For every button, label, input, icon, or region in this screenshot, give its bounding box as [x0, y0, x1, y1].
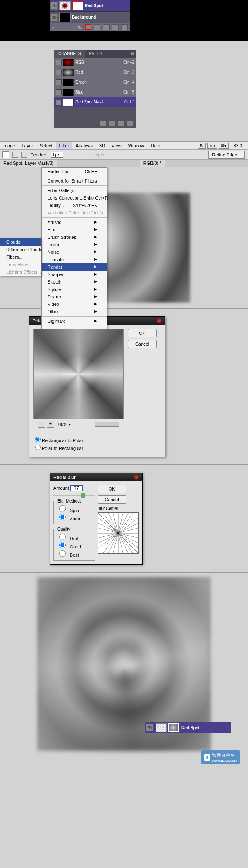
menu-group-digimarc[interactable]: Digimarc▶: [42, 317, 107, 325]
menu-item-lens-correction[interactable]: Lens Correction...Shift+Ctrl+R: [42, 194, 107, 202]
zoom-out-button[interactable]: -: [38, 421, 45, 428]
mode-icon[interactable]: [12, 152, 18, 158]
cancel-button[interactable]: Cancel: [98, 495, 126, 504]
menu-group-artistic[interactable]: Artistic▶: [42, 219, 107, 226]
visibility-icon[interactable]: [56, 99, 62, 105]
polar-preview[interactable]: [33, 329, 124, 419]
amount-slider[interactable]: [53, 495, 95, 496]
visibility-icon[interactable]: [50, 14, 58, 21]
menu-group-sketch[interactable]: Sketch▶: [42, 278, 107, 286]
menu-select[interactable]: Select: [36, 142, 56, 149]
visibility-icon[interactable]: [56, 79, 62, 85]
mini-layer-row[interactable]: Red Spot: [145, 722, 231, 733]
fx-icon[interactable]: fx.: [77, 25, 82, 30]
submenu-difference-clouds[interactable]: Difference Clouds: [0, 246, 41, 253]
channel-red[interactable]: Red Ctrl+3: [54, 67, 136, 77]
visibility-icon[interactable]: [56, 60, 62, 65]
mask-thumbnail[interactable]: [168, 723, 179, 732]
menu-group-texture[interactable]: Texture▶: [42, 293, 107, 301]
radio-spin[interactable]: Spin: [56, 505, 92, 513]
menu-image[interactable]: nage: [2, 142, 18, 149]
menu-filter[interactable]: Filter: [56, 142, 72, 149]
menu-group-blur[interactable]: Blur▶: [42, 226, 107, 233]
radio-polar-to-rect[interactable]: Polar to Rectangular: [35, 444, 159, 452]
menu-group-video[interactable]: Video▶: [42, 301, 107, 308]
cancel-button[interactable]: Cancel: [128, 340, 157, 348]
trash-icon[interactable]: [121, 24, 128, 30]
visibility-icon[interactable]: [56, 70, 62, 75]
panel-menu-icon[interactable]: ▤: [131, 51, 134, 55]
radio-draft[interactable]: Draft: [56, 533, 92, 541]
ok-button[interactable]: OK: [128, 329, 157, 337]
close-icon[interactable]: [157, 318, 162, 323]
menu-group-render[interactable]: Render▶: [42, 263, 107, 271]
menu-group-sharpen[interactable]: Sharpen▶: [42, 271, 107, 278]
scrollbar[interactable]: [95, 422, 119, 427]
close-icon[interactable]: [134, 475, 139, 480]
ok-button[interactable]: OK: [98, 485, 126, 493]
layer-thumbnail[interactable]: [59, 13, 71, 22]
radio-rect-to-polar[interactable]: Rectangular to Polar: [35, 436, 159, 444]
mode-icon[interactable]: [21, 152, 27, 158]
tab-channels[interactable]: CHANNELS: [54, 50, 85, 58]
menu-group-noise[interactable]: Noise▶: [42, 248, 107, 256]
channel-rgb[interactable]: RGB Ctrl+2: [54, 58, 136, 67]
adjustment-icon[interactable]: [94, 24, 100, 30]
menu-item-vanishing-point[interactable]: Vanishing Point...Alt+Ctrl+V: [42, 209, 107, 216]
menu-group-stylize[interactable]: Stylize▶: [42, 286, 107, 293]
menu-item-liquify[interactable]: Liquify...Shift+Ctrl+X: [42, 202, 107, 209]
menu-help[interactable]: Help: [148, 142, 164, 149]
new-channel-icon[interactable]: [118, 121, 124, 127]
trash-icon[interactable]: [127, 121, 134, 127]
screen-mode-icon[interactable]: ▦▾: [219, 143, 229, 149]
mb-button[interactable]: Mb: [207, 143, 217, 149]
layer-background[interactable]: Background: [50, 12, 130, 23]
group-icon[interactable]: [103, 24, 110, 30]
radio-zoom[interactable]: Zoom: [56, 513, 92, 522]
zoom-in-button[interactable]: +: [47, 421, 54, 428]
menu-layer[interactable]: Layer: [18, 142, 36, 149]
submenu-clouds[interactable]: Clouds: [0, 238, 41, 246]
new-layer-icon[interactable]: [112, 24, 119, 30]
menu-item-filter-gallery[interactable]: Filter Gallery...: [42, 187, 107, 194]
menu-view[interactable]: View: [108, 142, 125, 149]
radio-best[interactable]: Best: [56, 550, 92, 558]
doc-tab-1[interactable]: Red Spot, Layer Mask/8): [0, 160, 57, 167]
channel-blue[interactable]: Blue Ctrl+5: [54, 87, 136, 97]
visibility-icon[interactable]: [50, 2, 58, 10]
dropdown-icon[interactable]: ▾: [69, 423, 71, 426]
link-icon[interactable]: ⬨: [50, 25, 55, 30]
menu-group-distort[interactable]: Distort▶: [42, 241, 107, 248]
save-selection-icon[interactable]: [109, 121, 115, 127]
blur-center-preview[interactable]: [98, 512, 139, 554]
channel-mask[interactable]: Red Spot Mask Ctrl+\: [54, 97, 136, 107]
menu-group-other[interactable]: Other▶: [42, 308, 107, 315]
load-selection-icon[interactable]: [100, 121, 106, 127]
channel-green[interactable]: Green Ctrl+4: [54, 77, 136, 87]
tab-paths[interactable]: PATHS: [85, 50, 106, 58]
selection-tool-icon[interactable]: [2, 151, 9, 158]
menu-group-brush-strokes[interactable]: Brush Strokes▶: [42, 233, 107, 241]
layer-thumbnail[interactable]: [59, 1, 71, 10]
add-mask-button[interactable]: [85, 24, 91, 30]
br-button[interactable]: Br: [198, 143, 206, 149]
submenu-lens-flare[interactable]: Lens Flare...: [0, 261, 41, 268]
layer-thumbnail[interactable]: [156, 723, 167, 732]
menu-item-convert-smart[interactable]: Convert for Smart Filters: [42, 177, 107, 185]
menu-item-radial-blur[interactable]: Radial BlurCtrl+F: [42, 168, 107, 175]
layer-mask-thumbnail[interactable]: [72, 1, 83, 10]
zoom-value[interactable]: 33,3: [230, 142, 246, 149]
menu-group-pixelate[interactable]: Pixelate▶: [42, 256, 107, 263]
refine-edge-button[interactable]: Refine Edge...: [208, 151, 245, 159]
visibility-icon[interactable]: [146, 724, 153, 731]
visibility-icon[interactable]: [56, 89, 62, 95]
menu-3d[interactable]: 3D: [96, 142, 108, 149]
menu-analysis[interactable]: Analysis: [72, 142, 96, 149]
radio-good[interactable]: Good: [56, 541, 92, 550]
feather-input[interactable]: [51, 152, 63, 158]
submenu-fibers[interactable]: Fibers...: [0, 253, 41, 261]
submenu-lighting-effects[interactable]: Lighting Effects...: [0, 268, 41, 276]
doc-tab-2[interactable]: RGB/8) *: [140, 160, 165, 167]
menu-window[interactable]: Window: [125, 142, 148, 149]
amount-input[interactable]: [70, 485, 83, 491]
